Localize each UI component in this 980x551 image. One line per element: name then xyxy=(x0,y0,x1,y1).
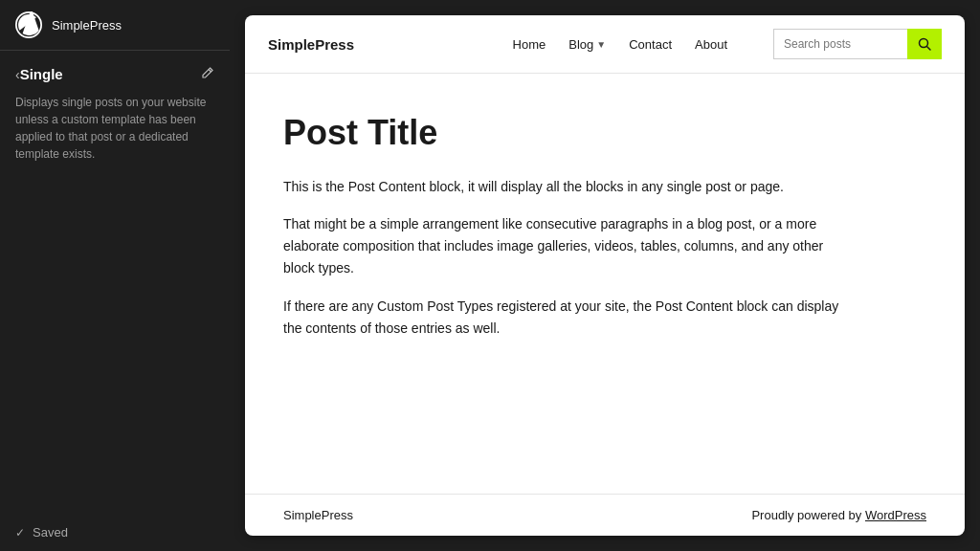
nav-home-label: Home xyxy=(513,37,546,52)
search-button[interactable] xyxy=(907,29,942,59)
wordpress-logo xyxy=(15,11,42,38)
nav-contact-label: Contact xyxy=(629,37,672,52)
saved-checkmark: ✓ xyxy=(15,526,25,540)
site-header: SimplePress Home Blog ▼ Contact About xyxy=(245,15,965,74)
post-paragraph-3: If there are any Custom Post Types regis… xyxy=(283,296,858,340)
sidebar-bottom: ✓ Saved xyxy=(0,514,230,551)
site-logo: SimplePress xyxy=(268,36,354,53)
sidebar-edit-button[interactable] xyxy=(201,66,214,82)
nav-about-label: About xyxy=(695,37,727,52)
post-title: Post Title xyxy=(283,112,926,153)
chevron-down-icon: ▼ xyxy=(596,39,606,50)
nav-item-about[interactable]: About xyxy=(695,37,727,52)
nav-blog-label: Blog xyxy=(568,37,593,52)
post-paragraph-2: That might be a simple arrangement like … xyxy=(283,213,858,279)
nav-item-blog[interactable]: Blog ▼ xyxy=(568,37,606,52)
preview-frame: SimplePress Home Blog ▼ Contact About xyxy=(245,15,965,536)
nav-item-contact[interactable]: Contact xyxy=(629,37,672,52)
search-area xyxy=(773,29,942,59)
sidebar: SimplePress ‹ Single Displays single pos… xyxy=(0,0,230,551)
search-icon xyxy=(918,37,931,51)
footer-powered-by: Proudly powered by WordPress xyxy=(751,508,926,522)
main-area: SimplePress Home Blog ▼ Contact About xyxy=(230,0,980,551)
search-input[interactable] xyxy=(773,29,907,59)
post-body: This is the Post Content block, it will … xyxy=(283,176,926,340)
nav-item-home[interactable]: Home xyxy=(513,37,546,52)
site-content: Post Title This is the Post Content bloc… xyxy=(245,74,965,494)
site-nav: Home Blog ▼ Contact About xyxy=(513,37,727,52)
saved-label: Saved xyxy=(33,525,68,540)
sidebar-section-title: Single xyxy=(20,66,201,82)
post-paragraph-1: This is the Post Content block, it will … xyxy=(283,176,858,198)
site-footer: SimplePress Proudly powered by WordPress xyxy=(245,494,965,536)
sidebar-description: Displays single posts on your website un… xyxy=(0,90,230,178)
svg-line-2 xyxy=(927,47,931,51)
sidebar-header: SimplePress xyxy=(0,0,230,50)
footer-logo: SimplePress xyxy=(283,508,353,522)
footer-wordpress-link[interactable]: WordPress xyxy=(865,508,926,522)
sidebar-section-header: ‹ Single xyxy=(0,51,230,90)
sidebar-site-name: SimplePress xyxy=(52,18,122,33)
pencil-icon xyxy=(201,66,214,79)
